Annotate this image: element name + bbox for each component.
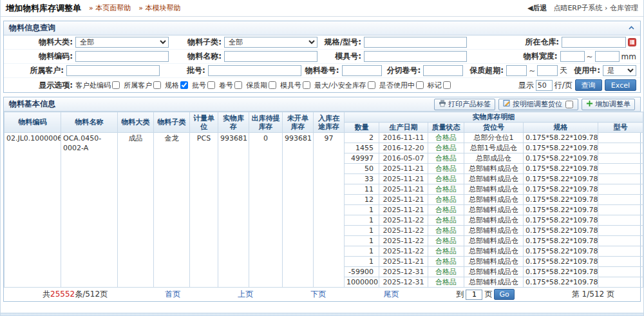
chevron-up-icon[interactable] [628, 25, 635, 32]
display-option[interactable]: 规格 [165, 81, 189, 90]
spec-model-input[interactable] [364, 37, 467, 48]
excel-button[interactable]: Excel [605, 79, 636, 91]
edit-location-icon [503, 99, 511, 109]
material-code-input[interactable] [75, 51, 169, 62]
detail-status: 合格品 [428, 153, 464, 164]
col-header-physical-stock: 实物库存 [218, 112, 249, 133]
module-help-link[interactable]: » 本模块帮助 [138, 3, 180, 13]
display-option-text: 卷号 [219, 81, 233, 90]
batch-input[interactable] [208, 65, 301, 76]
detail-qty: 1 [345, 215, 379, 226]
page-info: 第 1/512 页 [572, 289, 614, 300]
display-option[interactable]: 所属客户 [124, 81, 162, 90]
slit-roll-input[interactable] [423, 65, 463, 76]
material-width-label: 物料宽度: [517, 51, 560, 62]
display-option-checkbox[interactable] [443, 81, 451, 89]
display-option[interactable]: 模具号 [280, 81, 311, 90]
display-option[interactable]: 批号 [192, 81, 216, 90]
detail-qty: 1455 [345, 143, 379, 153]
search-button[interactable]: 查询 [575, 79, 602, 91]
spec-model-label: 规格/型号: [317, 37, 364, 48]
customer-input[interactable] [66, 65, 160, 76]
shelf-max-input[interactable] [537, 65, 558, 76]
display-option[interactable]: 标记 [428, 81, 451, 90]
detail-location: 总部辅料成品仓 [464, 205, 524, 215]
detail-location: 总部成品仓 [464, 153, 524, 164]
detail-qty: 11 [345, 184, 379, 195]
material-category-select[interactable]: 全部 [75, 37, 169, 48]
display-option-checkbox[interactable] [368, 81, 375, 89]
pager-first-link[interactable]: 首页 [165, 289, 180, 300]
detail-row: 02.JL0.1000006OCA.0450-0002-A成品金龙PCS9936… [5, 133, 643, 143]
width-min-input[interactable] [560, 51, 585, 62]
display-option[interactable]: 客户处编码 [75, 81, 120, 90]
shelf-min-input[interactable] [506, 65, 527, 76]
slit-roll-label: 分切卷号: [382, 65, 424, 76]
detail-date: 2016-12-20 [379, 143, 428, 153]
display-option-checkbox[interactable] [112, 81, 120, 89]
detail-status: 合格品 [428, 184, 464, 195]
results-panel-header: 物料基本信息 打印产品标签 按明细调整货位 增加调整单 [4, 97, 640, 112]
customer-label: 所属客户: [8, 65, 66, 76]
pager-prev-link[interactable]: 上页 [238, 289, 253, 300]
col-header-outbound-pending: 出库待提库存 [249, 112, 283, 133]
detail-spec: 0.175*58.22*109.78 [524, 226, 598, 236]
material-outbound-pending: 0 [249, 133, 283, 288]
pagination-bar: 共25552条/512页 首页 上页 下页 尾页 到 页 Go 第 1/512 … [4, 288, 640, 301]
col-header-inbound-transit: 入库在途库存 [314, 112, 345, 133]
display-option-checkbox[interactable] [303, 81, 310, 89]
detail-status: 合格品 [428, 133, 464, 143]
detail-spec: 0.175*58.22*109.78 [524, 246, 598, 257]
display-option-checkbox[interactable] [416, 81, 424, 89]
table-header-row-1: 物料编码 物料名称 物料大类 物料子类 计量单位 实物库存 出库待提库存 未开单… [5, 112, 643, 123]
display-option[interactable]: 保质期 [246, 81, 277, 90]
shelf-life-label: 保质超期: [463, 65, 506, 76]
width-unit: mm [621, 52, 636, 61]
pager-last-link[interactable]: 尾页 [383, 289, 399, 300]
material-unbilled-stock: 993681 [283, 133, 314, 288]
detail-location: 总部分仓位1 [464, 133, 524, 143]
mold-number-label: 模具号: [317, 51, 364, 62]
display-option[interactable]: 最大/小安全库存 [314, 81, 376, 90]
material-name-input[interactable] [224, 51, 317, 62]
display-option-checkbox[interactable] [180, 81, 188, 89]
display-option-checkbox[interactable] [269, 81, 276, 89]
display-option-checkbox[interactable] [207, 81, 215, 89]
rows-per-page-input[interactable] [536, 80, 553, 91]
warehouse-lookup-icon[interactable] [628, 38, 636, 46]
detail-date: 2025-12-31 [379, 267, 428, 277]
adjust-by-detail-button[interactable]: 按明细调整货位 [498, 99, 578, 110]
detail-date: 2025-11-21 [379, 184, 428, 195]
in-use-select[interactable]: 是 [603, 65, 636, 76]
warehouse-input[interactable] [562, 37, 626, 48]
roll-number-input[interactable] [342, 65, 382, 76]
detail-location: 总部辅料成品仓 [464, 215, 524, 226]
display-option-checkbox[interactable] [234, 81, 242, 89]
display-option-text: 是否使用中 [379, 81, 415, 90]
detail-qty: 49997 [345, 153, 379, 164]
detail-spec: 0.175*58.22*109.78 [524, 153, 598, 164]
width-max-input[interactable] [595, 51, 620, 62]
mold-number-input[interactable] [364, 51, 467, 62]
goto-page-input[interactable] [466, 290, 482, 300]
add-adjustment-button[interactable]: 增加调整单 [582, 99, 635, 110]
pager-next-link[interactable]: 下页 [310, 289, 326, 300]
topbar-right: ◀后退 点晴ERP子系统 › 仓库管理 [527, 3, 638, 13]
detail-date: 2025-11-21 [379, 257, 428, 267]
display-option-checkbox[interactable] [153, 81, 161, 89]
query-panel-title: 物料信息查询 [9, 23, 55, 34]
warehouse-label: 所在仓库: [518, 37, 562, 48]
detail-model [598, 174, 643, 184]
display-option-text: 规格 [165, 81, 179, 90]
detail-model [598, 184, 643, 195]
adjust-by-detail-checkbox[interactable] [565, 101, 573, 108]
back-link[interactable]: ◀后退 [527, 3, 547, 13]
page-help-link[interactable]: » 本页面帮助 [89, 3, 131, 13]
material-subcategory-select[interactable]: 全部 [224, 37, 317, 48]
go-button[interactable]: Go [494, 289, 514, 300]
detail-spec: 0.175*58.22*109.78 [524, 277, 598, 288]
print-label-button[interactable]: 打印产品标签 [434, 99, 495, 110]
display-option[interactable]: 是否使用中 [379, 81, 424, 90]
display-option[interactable]: 卷号 [219, 81, 243, 90]
detail-model [598, 195, 643, 205]
